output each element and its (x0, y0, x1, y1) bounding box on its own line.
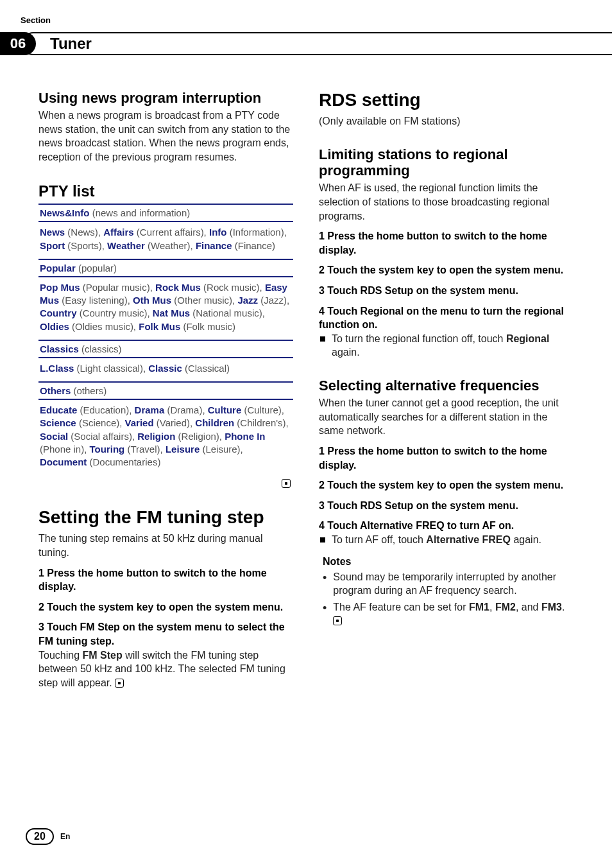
pty-item-desc: (Popular music), (80, 282, 156, 293)
header-outline (22, 32, 612, 55)
pty-item-name: Science (40, 417, 76, 428)
pty-item-name: Oth Mus (133, 295, 171, 306)
reg-step-3: 3 Touch RDS Setup on the system menu. (319, 284, 574, 298)
fm-step-1: 1 Press the home button to switch to the… (38, 566, 293, 594)
square-bullet-icon (320, 537, 325, 542)
fm-step-note: Touching FM Step will switch the FM tuni… (38, 648, 293, 690)
pty-group-desc: (others) (71, 385, 106, 396)
reg-step-2: 2 Touch the system key to open the syste… (319, 263, 574, 277)
note1-text: Sound may be temporarily interrupted by … (333, 570, 574, 598)
pty-item-name: Affairs (103, 227, 134, 238)
para-regional: When AF is used, the regional function l… (319, 181, 574, 223)
af-step-4: 4 Touch Alternative FREQ to turn AF on. (319, 519, 574, 533)
pty-item-desc: (Classical) (182, 363, 230, 374)
pty-item-name: Touring (90, 444, 125, 455)
fm-step-3: 3 Touch FM Step on the system menu to se… (38, 620, 293, 648)
pty-item-name: Info (209, 227, 227, 238)
pty-group-desc: (classics) (79, 343, 122, 354)
note-item-1: Sound may be temporarily interrupted by … (319, 570, 574, 598)
note2-a: The AF feature can be set for (333, 602, 469, 612)
pty-item-desc: (Current affairs), (134, 227, 209, 238)
heading-regional: Limiting stations to regional programmin… (319, 146, 574, 179)
reg-note-b: Regional (506, 333, 550, 344)
pty-item-desc: (Jazz), (258, 295, 289, 306)
pty-item-desc: (Drama), (164, 404, 208, 415)
pty-item-name: Country (40, 308, 77, 318)
left-column: Using news program interruption When a n… (38, 90, 293, 690)
note2-b3: FM3 (541, 602, 562, 612)
af-step-1: 1 Press the home button to switch to the… (319, 444, 574, 472)
pty-group-header: Popular (popular) (38, 259, 293, 277)
pty-group-name: Classics (40, 343, 79, 354)
pty-item-desc: (Light classical), (74, 363, 148, 374)
pty-group-header: Others (others) (38, 381, 293, 400)
pty-item-desc: (Science), (76, 417, 125, 428)
square-bullet-icon (320, 336, 325, 342)
pty-group-body: News (News), Affairs (Current affairs), … (38, 222, 293, 259)
pty-item-desc: (Other music), (171, 295, 237, 306)
notes-heading: Notes (323, 556, 574, 568)
pty-item-desc: (Children's), (234, 417, 289, 428)
pty-group-name: Others (40, 385, 71, 396)
pty-item-name: Educate (40, 404, 77, 415)
pty-item-name: Phone In (225, 431, 265, 442)
pty-item-name: Rock Mus (155, 282, 201, 293)
fm-note-a: Touching (38, 650, 83, 661)
page-number: 20 (26, 828, 54, 845)
pty-group-body: Educate (Education), Drama (Drama), Cult… (38, 400, 293, 475)
pty-item-name: Finance (196, 240, 232, 251)
fm-step-2: 2 Touch the system key to open the syste… (38, 600, 293, 614)
heading-fm-step: Setting the FM tuning step (38, 507, 293, 528)
pty-item-desc: (Education), (77, 404, 134, 415)
pty-item-desc: (News), (65, 227, 103, 238)
note2-b1: FM1 (469, 602, 489, 612)
pty-item-name: Sport (40, 240, 65, 251)
heading-rds: RDS setting (319, 90, 574, 110)
heading-af: Selecting alternative frequencies (319, 378, 574, 394)
pty-item-desc: (Folk music) (180, 321, 235, 332)
pty-item-name: Leisure (166, 444, 200, 455)
section-number-badge: 06 (0, 32, 36, 55)
note2-m1: , (489, 602, 495, 612)
af-note-b: Alternative FREQ (426, 534, 511, 545)
heading-news-interrupt: Using news program interruption (38, 90, 293, 106)
para-news-interrupt: When a news program is broadcast from a … (38, 108, 293, 164)
pty-item-desc: (Finance) (232, 240, 276, 251)
para-fm-intro: The tuning step remains at 50 kHz during… (38, 532, 293, 559)
af-bullet: To turn AF off, touch Alternative FREQ a… (319, 533, 574, 547)
reg-step-1: 1 Press the home button to switch to the… (319, 229, 574, 257)
pty-item-name: Pop Mus (40, 282, 80, 293)
pty-item-name: News (40, 227, 65, 238)
pty-item-name: Oldies (40, 321, 69, 332)
pty-item-name: Children (195, 417, 234, 428)
pty-item-desc: (Country music), (77, 308, 153, 318)
pty-item-name: Varied (125, 417, 154, 428)
pty-item-desc: (Social affairs), (68, 431, 137, 442)
notes-list: Sound may be temporarily interrupted by … (319, 570, 574, 628)
section-label: Section (21, 15, 51, 25)
note2-b2: FM2 (495, 602, 516, 612)
pty-item-desc: (Sports), (65, 240, 107, 251)
fm-note-b: FM Step (83, 650, 123, 661)
pty-item-desc: (Culture), (241, 404, 284, 415)
footer: 20 En (26, 828, 70, 845)
chapter-title: Tuner (50, 32, 92, 55)
pty-group-body: L.Class (Light classical), Classic (Clas… (38, 358, 293, 381)
note-item-2: The AF feature can be set for FM1, FM2, … (319, 600, 574, 628)
pty-item-desc: (Weather), (145, 240, 196, 251)
reg-bullet: To turn the regional function off, touch… (319, 332, 574, 360)
pty-item-name: Jazz (237, 295, 258, 306)
pty-item-name: Document (40, 456, 87, 467)
af-note-c: again. (511, 534, 541, 545)
pty-group-header: Classics (classics) (38, 340, 293, 358)
pty-item-name: Culture (208, 404, 242, 415)
pty-item-name: Religion (137, 431, 175, 442)
pty-item-desc: (Phone in), (40, 444, 90, 455)
chapter-header: 06 Tuner (0, 32, 612, 55)
content-columns: Using news program interruption When a n… (38, 90, 574, 690)
para-af: When the tuner cannot get a good recepti… (319, 396, 574, 438)
pty-item-name: Social (40, 431, 68, 442)
pty-group-name: News&Info (40, 207, 90, 218)
pty-item-desc: (Leisure), (200, 444, 243, 455)
pty-item-name: Nat Mus (153, 308, 190, 318)
